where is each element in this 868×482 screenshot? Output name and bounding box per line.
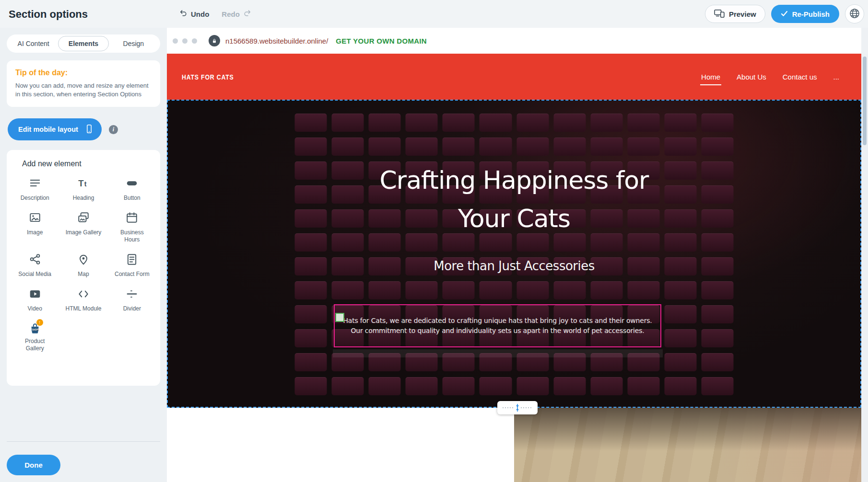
element-description[interactable]: Description: [11, 177, 59, 202]
section-resize-handle[interactable]: [497, 401, 538, 414]
hero-tile: [590, 138, 622, 156]
element-video[interactable]: Video: [11, 287, 59, 312]
nav-more-menu[interactable]: ...: [833, 73, 839, 81]
hero-tile: [701, 377, 733, 395]
element-divider[interactable]: Divider: [108, 287, 156, 312]
topbar-actions: Preview Re-Publish: [705, 4, 864, 23]
hero-tile: [516, 281, 549, 299]
hero-tile: [406, 138, 438, 156]
map-pin-icon: [77, 253, 90, 267]
tab-design[interactable]: Design: [109, 36, 158, 51]
hero-tile: [627, 138, 659, 156]
edit-mobile-layout-button[interactable]: Edit mobile layout: [8, 118, 102, 140]
hero-tile: [295, 305, 327, 323]
hero-tile: [369, 138, 401, 156]
hero-tile: [295, 329, 327, 347]
republish-button[interactable]: Re-Publish: [771, 5, 839, 23]
tab-ai-content[interactable]: AI Content: [9, 36, 58, 51]
info-icon[interactable]: i: [109, 125, 118, 134]
social-media-icon: [29, 253, 41, 267]
hero-tile: [480, 377, 512, 395]
next-section-photo[interactable]: [514, 408, 861, 482]
get-domain-link[interactable]: GET YOUR OWN DOMAIN: [336, 37, 427, 45]
hero-tile: [627, 377, 659, 395]
hero-tile: [443, 138, 475, 156]
tab-elements[interactable]: Elements: [58, 36, 108, 51]
redo-icon: [243, 9, 251, 19]
element-social-media[interactable]: Social Media: [11, 253, 59, 278]
hero-tile: [369, 281, 401, 299]
element-business-hours[interactable]: Business Hours: [108, 211, 156, 243]
hero-tile: [443, 114, 475, 132]
window-dot: [192, 38, 197, 44]
hero-heading[interactable]: Crafting Happiness for Your Cats: [168, 161, 860, 238]
undo-button[interactable]: Undo: [179, 9, 209, 19]
hero-tile: [369, 114, 401, 132]
divider-icon: [126, 287, 138, 302]
contact-form-icon: [126, 253, 138, 267]
resize-handle-green[interactable]: [335, 313, 344, 322]
element-image[interactable]: Image: [11, 211, 59, 243]
hero-tile: [553, 114, 586, 132]
button-icon: [126, 177, 138, 191]
nav-item-home[interactable]: Home: [701, 73, 720, 81]
hero-tile: [701, 329, 733, 347]
hero-tile: [664, 281, 696, 299]
hero-faint-band: [333, 349, 663, 357]
hero-tile: [406, 114, 438, 132]
hero-tile: [406, 377, 438, 395]
hero-tile: [295, 138, 327, 156]
ssl-lock-icon: [209, 35, 220, 46]
canvas-scrollbar: [861, 54, 868, 482]
tip-title: Tip of the day:: [15, 69, 152, 77]
sidebar-tabs: AI Content Elements Design: [7, 34, 160, 53]
hero-heading-line2: Your Cats: [168, 199, 860, 238]
window-dot: [173, 38, 178, 44]
html-module-icon: [77, 287, 90, 302]
element-heading[interactable]: Tt Heading: [59, 177, 107, 202]
hero-subheading[interactable]: More than Just Accessories: [168, 259, 860, 273]
element-grid: Description Tt Heading Button Image Imag…: [11, 177, 156, 352]
element-contact-form[interactable]: Contact Form: [108, 253, 156, 278]
hero-tile: [701, 305, 733, 323]
top-toolbar: Section options Undo Redo Preview: [0, 0, 868, 28]
redo-label: Redo: [222, 10, 240, 18]
scrollbar-thumb[interactable]: [863, 57, 867, 145]
hero-tile: [664, 377, 696, 395]
heading-icon: Tt: [77, 177, 90, 191]
site-logo[interactable]: HATS FOR CATS: [182, 73, 234, 81]
image-icon: [29, 211, 41, 226]
site-header[interactable]: HATS FOR CATS Home About Us Contact us .…: [167, 54, 861, 100]
app-root: Section options Undo Redo Preview: [0, 0, 868, 482]
redo-button[interactable]: Redo: [222, 9, 251, 19]
nav-item-about-us[interactable]: About Us: [737, 73, 766, 81]
language-globe-button[interactable]: [845, 4, 864, 23]
site-nav: Home About Us Contact us ...: [701, 54, 839, 100]
nav-item-contact-us[interactable]: Contact us: [783, 73, 817, 81]
element-button[interactable]: Button: [108, 177, 156, 202]
next-section-white-area[interactable]: [167, 408, 514, 482]
hero-tile: [701, 138, 733, 156]
hero-tile: [664, 305, 696, 323]
hero-tile: [295, 353, 327, 371]
hero-section-selected[interactable]: Crafting Happiness for Your Cats More th…: [167, 100, 861, 408]
editor-canvas: n1566589.websitebuilder.online/ GET YOUR…: [167, 28, 868, 482]
globe-icon: [849, 8, 860, 21]
hero-tile: [664, 138, 696, 156]
undo-icon: [179, 9, 188, 19]
done-button[interactable]: Done: [7, 455, 60, 475]
sidebar-divider: [7, 441, 160, 442]
hero-tile: [590, 114, 622, 132]
tip-of-the-day-card: Tip of the day: Now you can add, move an…: [7, 60, 160, 107]
hero-tile: [295, 377, 327, 395]
hero-tile: [664, 353, 696, 371]
preview-button[interactable]: Preview: [705, 5, 765, 23]
hero-tile: [590, 281, 622, 299]
hero-paragraph-selected[interactable]: Hats for Cats, we are dedicated to craft…: [334, 304, 661, 347]
hero-heading-line1: Crafting Happiness for: [168, 161, 860, 199]
element-map[interactable]: Map: [59, 253, 107, 278]
hero-tile: [369, 377, 401, 395]
element-product-gallery[interactable]: SHOP ↑ Product Gallery: [11, 322, 59, 352]
element-html-module[interactable]: HTML Module: [59, 287, 107, 312]
element-image-gallery[interactable]: Image Gallery: [59, 211, 107, 243]
